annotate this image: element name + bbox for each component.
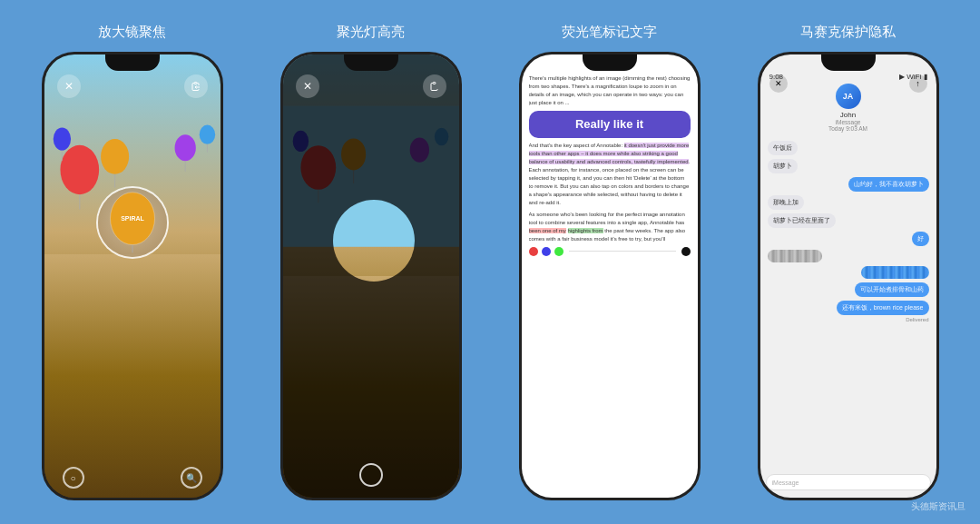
contact-name: John — [840, 111, 856, 119]
svg-point-8 — [199, 125, 214, 144]
share-button[interactable] — [184, 74, 208, 98]
highlighter-section: 荧光笔标记文字 There's multiple highlights of a… — [495, 24, 723, 500]
really-like-it-bubble: Really like it — [529, 111, 691, 138]
search-button[interactable]: 🔍 — [181, 467, 202, 489]
svg-point-6 — [174, 134, 195, 161]
msg-9: 可以开始煮排骨和山药 — [855, 282, 929, 297]
phone3-screen: There's multiple highlights of an image … — [522, 54, 698, 498]
phone4-status-bar: 9:08 ▶ WiFi ▮ — [769, 73, 927, 81]
svg-point-4 — [53, 127, 70, 150]
magnifier-circle[interactable]: SPIRAL — [96, 186, 169, 259]
phone1-notch — [105, 54, 160, 71]
svg-point-19 — [409, 138, 428, 163]
svg-point-18 — [292, 131, 308, 152]
phone1-screen: ✕ SPIRAL — [44, 54, 220, 498]
phone3-frame: There's multiple highlights of an image … — [519, 52, 701, 500]
circle-button[interactable]: ○ — [63, 467, 84, 489]
phone4-notch — [821, 54, 876, 71]
section4-title: 马赛克保护隐私 — [800, 24, 896, 41]
msg-5: 胡萝卜已经在里面了 — [768, 213, 836, 228]
phone4-header: JA John iMessage Today 9:03 AM — [760, 84, 936, 132]
phone2-share-button[interactable] — [423, 74, 446, 98]
svg-point-20 — [434, 128, 448, 145]
phone3-content: There's multiple highlights of an image … — [529, 74, 691, 490]
phone1-frame: ✕ SPIRAL — [42, 52, 223, 500]
contact-avatar: JA — [836, 84, 861, 109]
phone2-screen: ✕ — [283, 54, 459, 498]
msg-4: 那晚上加 — [768, 195, 804, 210]
phone2-background — [283, 54, 459, 498]
msg-2: 胡萝卜 — [768, 159, 798, 173]
msg-10: 还有米饭，brown rice please — [837, 301, 929, 315]
msg-6: 好 — [912, 232, 929, 246]
phone4-screen: 9:08 ▶ WiFi ▮ ✕ ↑ JA John iMessage Today… — [760, 54, 936, 498]
input-placeholder: iMessage — [772, 480, 799, 486]
msg-3: 山约好，我不喜欢胡萝卜 — [848, 177, 929, 192]
section3-title: 荧光笔标记文字 — [562, 24, 657, 41]
svg-point-16 — [341, 138, 366, 170]
phone2-close-button[interactable]: ✕ — [296, 74, 319, 98]
phone4-frame: 9:08 ▶ WiFi ▮ ✕ ↑ JA John iMessage Today… — [758, 52, 939, 500]
magnifier-section: 放大镜聚焦 — [18, 24, 246, 500]
message-source: iMessage — [836, 119, 861, 125]
watermark: 头德斯资讯旦 — [911, 500, 965, 513]
close-button[interactable]: ✕ — [57, 74, 81, 98]
phone3-notch — [583, 54, 637, 71]
magnifier-content: SPIRAL — [98, 188, 167, 257]
section2-title: 聚光灯高亮 — [337, 24, 405, 41]
svg-text:SPIRAL: SPIRAL — [121, 216, 144, 222]
message-time: Today 9:03 AM — [828, 125, 867, 132]
svg-point-0 — [60, 145, 99, 194]
messages-container: 午饭后 胡萝卜 山约好，我不喜欢胡萝卜 那晚上加 胡萝卜已经在里面了 好 可以开… — [768, 141, 929, 470]
phone2-toolbar: ✕ — [283, 74, 459, 98]
phone2-notch — [344, 54, 398, 71]
phone2-bottom-button[interactable] — [359, 463, 383, 487]
msg-1: 午饭后 — [768, 141, 798, 155]
phone1-bottom-bar: ○ 🔍 — [44, 467, 220, 489]
section1-title: 放大镜聚焦 — [98, 24, 166, 41]
delivered-label: Delivered — [906, 317, 928, 322]
phone2-frame: ✕ — [280, 52, 462, 500]
msg-8-mosaic — [861, 266, 929, 279]
main-container: 放大镜聚焦 — [9, 9, 971, 515]
phone1-toolbar: ✕ — [44, 74, 220, 98]
svg-point-2 — [101, 139, 129, 174]
mosaic-section: 马赛克保护隐私 9:08 ▶ WiFi ▮ ✕ ↑ JA Jo — [734, 24, 962, 500]
magnified-balloon: SPIRAL — [101, 191, 164, 254]
spotlight-circle-btn[interactable] — [359, 463, 383, 487]
message-input[interactable]: iMessage — [766, 474, 931, 490]
msg-7-mosaic — [768, 250, 822, 262]
spotlight-section: 聚光灯高亮 — [257, 24, 485, 500]
svg-point-14 — [300, 145, 336, 190]
